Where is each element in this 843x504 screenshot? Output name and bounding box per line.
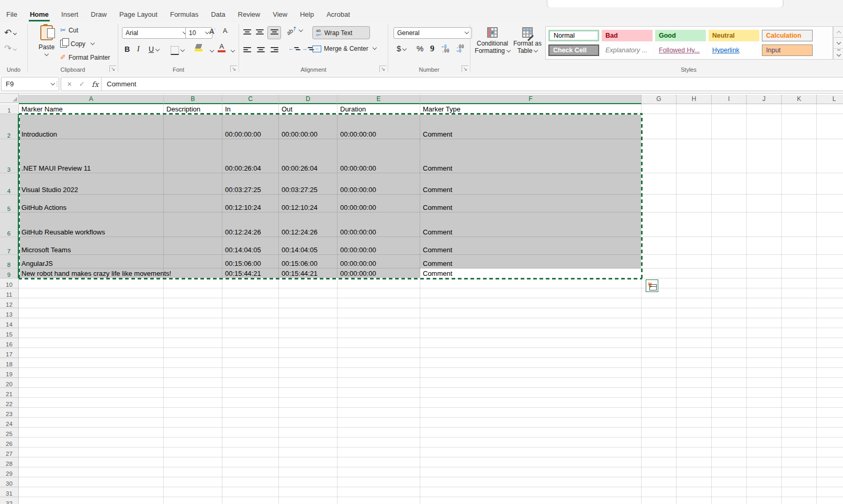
orientation-button[interactable]: ab↗	[286, 27, 302, 34]
borders-button[interactable]	[171, 46, 184, 55]
tab-data[interactable]: Data	[205, 8, 231, 21]
row-header-21[interactable]: 21	[0, 388, 19, 398]
fill-color-menu[interactable]	[208, 47, 213, 54]
cell-A2[interactable]: Introduction	[19, 114, 164, 139]
cell-F2[interactable]: Comment	[421, 114, 642, 139]
row-header-30[interactable]: 30	[0, 477, 19, 487]
row-header-15[interactable]: 15	[0, 328, 19, 338]
style-bad[interactable]: Bad	[602, 30, 653, 41]
column-header-E[interactable]: E	[338, 95, 420, 104]
number-dialog-launcher[interactable]: ↘	[462, 65, 468, 72]
cell-F6[interactable]: Comment	[421, 212, 642, 237]
cell-A4[interactable]: Visual Studio 2022	[19, 173, 164, 195]
row-header-2[interactable]: 2	[0, 114, 19, 139]
comma-button[interactable]: 9	[430, 44, 434, 53]
increase-indent-button[interactable]: →	[302, 45, 312, 51]
italic-button[interactable]: I	[137, 45, 140, 53]
conditional-formatting-button[interactable]: Conditional Formatting	[475, 25, 510, 54]
cancel-button[interactable]: ✕	[67, 81, 72, 88]
row-header-14[interactable]: 14	[0, 318, 19, 328]
cell-B4[interactable]	[164, 173, 222, 195]
column-header-H[interactable]: H	[677, 95, 712, 104]
style-explanatory[interactable]: Explanatory ...	[602, 44, 653, 56]
row-header-11[interactable]: 11	[0, 288, 19, 298]
cell-E3[interactable]: 00:00:00:00	[338, 139, 420, 173]
cell-A7[interactable]: Microsoft Teams	[19, 237, 164, 255]
row-header-20[interactable]: 20	[0, 378, 19, 388]
row-header-19[interactable]: 19	[0, 368, 19, 378]
cell-B2[interactable]	[164, 114, 222, 139]
cell-B7[interactable]	[164, 237, 222, 255]
font-color-menu[interactable]	[229, 47, 234, 54]
shrink-font-button[interactable]: Aˇ	[223, 27, 229, 35]
cell-A6[interactable]: GitHub Reusable workflows	[19, 212, 164, 237]
style-followed-hy[interactable]: Followed Hy...	[655, 44, 706, 56]
cell-F9[interactable]: Comment	[421, 268, 642, 278]
cell-B5[interactable]	[164, 195, 222, 212]
row-header-5[interactable]: 5	[0, 195, 19, 212]
row-header-8[interactable]: 8	[0, 255, 19, 268]
column-header-L[interactable]: L	[817, 95, 843, 104]
formula-bar-handle[interactable]: ⋮	[54, 80, 60, 87]
row-header-7[interactable]: 7	[0, 237, 19, 255]
cell-C9[interactable]: 00:15:44:21	[223, 268, 279, 278]
cut-button[interactable]: ✂ Cut	[60, 26, 78, 34]
cell-E9[interactable]: 00:00:00:00	[338, 268, 420, 278]
cell-D2[interactable]: 00:00:00:00	[279, 114, 338, 139]
formula-input[interactable]: Comment	[101, 77, 843, 91]
cell-F3[interactable]: Comment	[421, 139, 642, 173]
styles-gallery-more-button[interactable]	[833, 48, 843, 60]
column-header-C[interactable]: C	[222, 95, 279, 104]
cell-F5[interactable]: Comment	[421, 195, 642, 212]
copy-button[interactable]: Copy	[60, 40, 94, 48]
align-bottom-button[interactable]	[267, 26, 281, 39]
style-neutral[interactable]: Neutral	[709, 30, 759, 41]
align-middle-button[interactable]	[256, 28, 264, 36]
merge-center-button[interactable]: ↔ Merge & Center	[312, 45, 376, 52]
column-header-F[interactable]: F	[420, 95, 642, 104]
row-header-12[interactable]: 12	[0, 298, 19, 308]
tab-file[interactable]: File	[0, 8, 24, 21]
tab-draw[interactable]: Draw	[85, 8, 113, 21]
row-header-31[interactable]: 31	[0, 487, 19, 497]
style-calculation[interactable]: Calculation	[762, 30, 813, 41]
grow-font-button[interactable]: Aˆ	[209, 27, 216, 36]
column-header-A[interactable]: A	[19, 95, 164, 104]
cell-D3[interactable]: 00:00:26:04	[279, 139, 338, 173]
fill-color-button[interactable]	[195, 44, 203, 51]
cell-D7[interactable]: 00:14:04:05	[279, 237, 338, 255]
row-header-25[interactable]: 25	[0, 428, 19, 438]
tab-review[interactable]: Review	[232, 8, 267, 21]
cell-A8[interactable]: AngularJS	[19, 255, 164, 268]
insert-function-button[interactable]: fx	[92, 80, 98, 88]
row-header-6[interactable]: 6	[0, 212, 19, 237]
style-input[interactable]: Input	[762, 44, 813, 56]
undo-button[interactable]: ↶	[4, 27, 16, 38]
currency-button[interactable]: $	[397, 44, 406, 53]
row-header-27[interactable]: 27	[0, 447, 19, 457]
tab-page-layout[interactable]: Page Layout	[113, 8, 164, 21]
styles-gallery-down-button[interactable]	[833, 37, 843, 49]
tab-formulas[interactable]: Formulas	[164, 8, 205, 21]
align-left-button[interactable]	[243, 46, 251, 54]
cell-B6[interactable]	[164, 212, 222, 237]
font-name-combo[interactable]: Arial	[122, 27, 190, 39]
cell-C8[interactable]: 00:15:06:00	[223, 255, 279, 268]
column-header-G[interactable]: G	[642, 95, 677, 104]
row-header-17[interactable]: 17	[0, 348, 19, 358]
tab-home[interactable]: Home	[24, 8, 55, 21]
align-right-button[interactable]	[271, 46, 278, 54]
row-header-26[interactable]: 26	[0, 438, 19, 447]
font-dialog-launcher[interactable]: ↘	[230, 65, 237, 72]
quick-analysis-button[interactable]: ↯	[646, 279, 658, 292]
cell-D5[interactable]: 00:12:10:24	[279, 195, 338, 212]
row-header-16[interactable]: 16	[0, 338, 19, 348]
clipboard-dialog-launcher[interactable]: ↘	[109, 65, 116, 72]
cell-B9[interactable]	[164, 268, 222, 278]
align-center-button[interactable]	[257, 46, 265, 54]
cell-E7[interactable]: 00:00:00:00	[338, 237, 420, 255]
increase-decimal-button[interactable]: ←0.00	[442, 45, 449, 53]
row-header-23[interactable]: 23	[0, 408, 19, 418]
row-header-18[interactable]: 18	[0, 358, 19, 368]
tab-acrobat[interactable]: Acrobat	[320, 8, 356, 21]
